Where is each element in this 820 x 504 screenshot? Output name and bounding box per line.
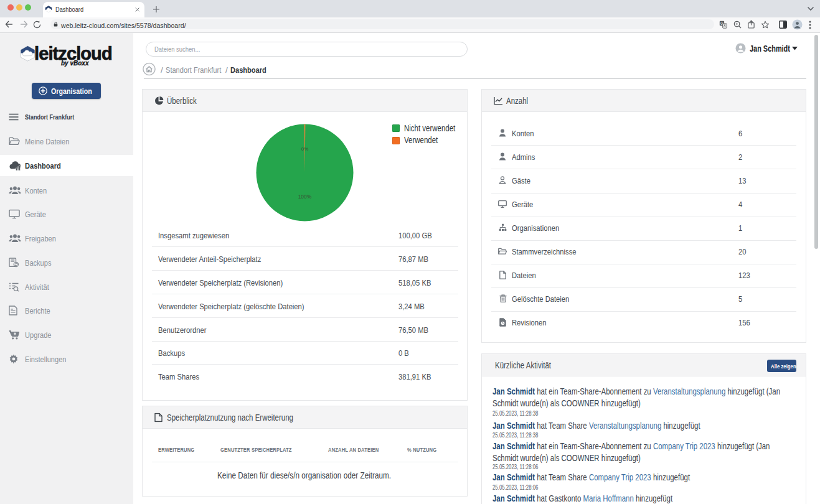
svg-text:0%: 0% (301, 146, 309, 152)
svg-text:100%: 100% (298, 194, 312, 200)
